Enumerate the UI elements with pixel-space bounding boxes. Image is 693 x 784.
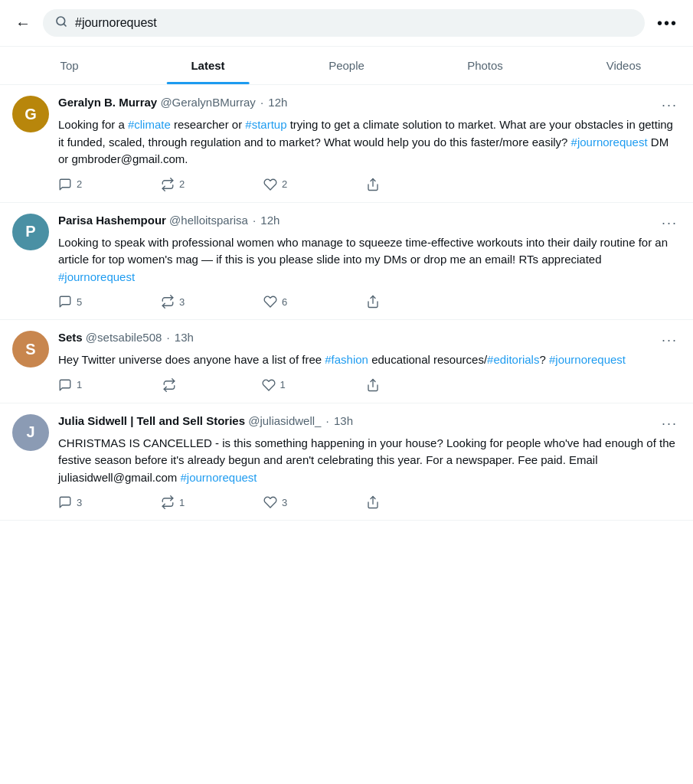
header-more-button[interactable]: ••• (654, 11, 681, 35)
tab-top[interactable]: Top (0, 47, 139, 84)
retweet-icon (162, 378, 176, 392)
username: @juliasidwell_ (248, 414, 321, 427)
share-icon (366, 295, 380, 309)
avatar[interactable]: S (12, 331, 49, 368)
tweet-body: Hey Twitter universe does anyone have a … (58, 351, 681, 369)
tweet-card: JJulia Sidwell | Tell and Sell Stories @… (0, 403, 693, 521)
tweets-list: GGeralyn B. Murray @GeralynBMurray · 12h… (0, 85, 693, 521)
reply-button[interactable]: 1 (58, 378, 82, 392)
retweet-button[interactable]: 1 (161, 495, 185, 509)
tweet-body: CHRISTMAS IS CANCELLED - is this somethi… (58, 435, 681, 487)
tweet-text: ? (539, 353, 549, 366)
tab-photos[interactable]: Photos (416, 47, 554, 84)
tweet-more-button[interactable]: ··· (659, 331, 681, 350)
like-icon (263, 295, 277, 309)
tweet-meta: Geralyn B. Murray @GeralynBMurray · 12h (58, 96, 287, 109)
share-button[interactable] (366, 295, 380, 309)
tweet-header: Parisa Hashempour @helloitsparisa · 12h·… (58, 214, 681, 233)
share-icon (366, 378, 380, 392)
back-button[interactable]: ← (12, 11, 34, 35)
hashtag-link[interactable]: #startup (245, 118, 286, 131)
tabs-bar: Top Latest People Photos Videos (0, 47, 693, 85)
like-count: 1 (280, 379, 286, 390)
username: @GeralynBMurray (160, 96, 255, 109)
username: @setsabile508 (86, 331, 162, 344)
tweet-body: Looking to speak with professional women… (58, 234, 681, 286)
like-count: 6 (282, 296, 287, 308)
tweet-actions: 5 3 6 (58, 295, 380, 309)
tweet-content: Geralyn B. Murray @GeralynBMurray · 12h·… (58, 96, 681, 191)
hashtag-link[interactable]: #journorequest (571, 136, 648, 149)
tweet-header: Geralyn B. Murray @GeralynBMurray · 12h·… (58, 96, 681, 115)
hashtag-link[interactable]: #fashion (325, 353, 368, 366)
share-icon (366, 178, 380, 191)
like-icon (262, 378, 276, 392)
display-name[interactable]: Geralyn B. Murray (58, 96, 157, 109)
hashtag-link[interactable]: #journorequest (58, 270, 135, 283)
reply-button[interactable]: 2 (58, 178, 82, 191)
tab-videos[interactable]: Videos (554, 47, 693, 84)
tweet-card: GGeralyn B. Murray @GeralynBMurray · 12h… (0, 85, 693, 203)
tweet-card: SSets @setsabile508 · 13h···Hey Twitter … (0, 320, 693, 403)
retweet-icon (161, 295, 175, 309)
share-button[interactable] (366, 378, 380, 392)
like-icon (263, 178, 277, 191)
reply-count: 3 (77, 497, 82, 508)
retweet-button[interactable]: 2 (161, 178, 185, 191)
hashtag-link[interactable]: #climate (128, 118, 171, 131)
dot: · (322, 414, 332, 427)
header: ← #journorequest ••• (0, 0, 693, 47)
reply-button[interactable]: 5 (58, 295, 82, 309)
tweet-meta: Parisa Hashempour @helloitsparisa · 12h (58, 214, 279, 227)
avatar[interactable]: P (12, 214, 49, 250)
retweet-button[interactable]: 3 (161, 295, 185, 309)
retweet-icon (161, 178, 175, 191)
tweet-content: Sets @setsabile508 · 13h···Hey Twitter u… (58, 331, 681, 392)
reply-count: 5 (77, 296, 82, 308)
tweet-more-button[interactable]: ··· (659, 214, 681, 233)
reply-count: 2 (77, 178, 82, 190)
tab-latest[interactable]: Latest (139, 47, 277, 84)
tweet-body: Looking for a #climate researcher or #st… (58, 116, 681, 168)
tweet-more-button[interactable]: ··· (659, 414, 681, 433)
username: @helloitsparisa (169, 214, 248, 227)
like-button[interactable]: 6 (263, 295, 287, 309)
share-button[interactable] (366, 178, 380, 191)
retweet-button[interactable] (162, 378, 181, 392)
search-icon (55, 15, 67, 31)
tweet-header: Sets @setsabile508 · 13h··· (58, 331, 681, 350)
dot: · (163, 331, 173, 344)
reply-icon (58, 495, 72, 509)
reply-button[interactable]: 3 (58, 495, 82, 509)
display-name[interactable]: Julia Sidwell | Tell and Sell Stories (58, 414, 245, 427)
hashtag-link[interactable]: #journorequest (549, 353, 626, 366)
search-query: #journorequest (75, 16, 157, 30)
reply-count: 1 (77, 379, 82, 390)
retweet-count: 3 (179, 296, 185, 308)
timestamp: 13h (334, 414, 353, 427)
tweet-text: Looking to speak with professional women… (58, 236, 668, 266)
tweet-header: Julia Sidwell | Tell and Sell Stories @j… (58, 414, 681, 433)
tweet-actions: 2 2 2 (58, 178, 380, 191)
avatar[interactable]: G (12, 96, 49, 132)
like-button[interactable]: 2 (263, 178, 287, 191)
tweet-text: CHRISTMAS IS CANCELLED - is this somethi… (58, 436, 675, 484)
dot: · (250, 214, 260, 227)
share-button[interactable] (366, 495, 380, 509)
display-name[interactable]: Sets (58, 331, 83, 344)
reply-icon (58, 378, 72, 392)
hashtag-link[interactable]: #journorequest (180, 471, 257, 484)
retweet-icon (161, 495, 175, 509)
reply-icon (58, 178, 72, 191)
display-name[interactable]: Parisa Hashempour (58, 214, 166, 227)
avatar[interactable]: J (12, 414, 49, 451)
like-button[interactable]: 3 (263, 495, 287, 509)
search-bar[interactable]: #journorequest (43, 9, 645, 37)
tweet-text: researcher or (171, 118, 246, 131)
tweet-text: Looking for a (58, 118, 128, 131)
hashtag-link[interactable]: #editorials (487, 353, 539, 366)
like-button[interactable]: 1 (262, 378, 286, 392)
tweet-more-button[interactable]: ··· (659, 96, 681, 115)
retweet-count: 2 (179, 178, 185, 190)
tab-people[interactable]: People (277, 47, 416, 84)
